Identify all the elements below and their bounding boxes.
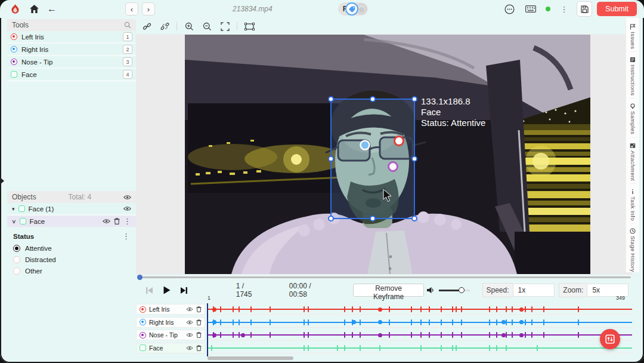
keyframe-tick[interactable] [496, 345, 497, 351]
track-label-cell[interactable]: Left Iris [136, 304, 205, 315]
keyframe-tick[interactable] [220, 306, 221, 312]
next-file-button[interactable]: › [142, 2, 155, 16]
status-option-other[interactable]: Other [13, 267, 130, 275]
track-lane[interactable] [208, 343, 632, 353]
face-bounding-box[interactable] [329, 97, 417, 221]
keyframe-tick[interactable] [506, 345, 507, 351]
keyframe-tick[interactable] [250, 332, 252, 338]
keyframe-tick[interactable] [543, 332, 544, 338]
annotation-canvas[interactable]: 133.1x186.8 Face Status: Attentive [136, 34, 632, 275]
keyframe-dot[interactable] [212, 320, 216, 324]
sidebar-collapse-handle[interactable] [0, 177, 4, 184]
bounding-box-tool-icon[interactable] [243, 20, 255, 32]
video-frame[interactable]: 133.1x186.8 Face Status: Attentive [185, 35, 590, 274]
rail-tab-attachment[interactable]: Attachment [630, 140, 636, 184]
keyframe-tick[interactable] [512, 332, 513, 338]
tool-item-right-iris[interactable]: Right Iris2 [7, 44, 136, 56]
object-item-face[interactable]: ∨ Face ⋮ [7, 216, 136, 227]
rail-tab-task-info[interactable]: Task Info [630, 186, 636, 224]
track-delete-icon[interactable] [196, 345, 202, 351]
keyframe-dot[interactable] [378, 320, 382, 324]
back-arrow-icon[interactable]: ← [45, 2, 58, 16]
keyframe-tick[interactable] [452, 332, 453, 338]
link-tool-icon[interactable] [141, 20, 153, 32]
volume-slider[interactable] [439, 287, 469, 293]
keyframe-tick[interactable] [360, 319, 361, 325]
rail-tab-samples[interactable]: Samples [630, 101, 636, 137]
objects-visibility-eye-icon[interactable] [123, 195, 131, 200]
track-delete-icon[interactable] [196, 306, 202, 312]
keyframe-tick[interactable] [352, 306, 353, 312]
keyboard-shortcuts-icon[interactable] [524, 2, 537, 16]
keyframe-dot[interactable] [519, 320, 524, 324]
keyframe-tick[interactable] [344, 306, 345, 312]
annotation-mode-toggle[interactable]: R ◎ [338, 2, 369, 16]
keyframe-tick[interactable] [512, 319, 513, 325]
radio-unselected-icon[interactable] [13, 256, 20, 263]
radio-selected-icon[interactable] [13, 245, 20, 252]
track-lane[interactable] [208, 304, 632, 315]
keyframe-tick[interactable] [531, 332, 532, 338]
keyframe-tick[interactable] [250, 306, 252, 312]
keyframe-tick[interactable] [420, 345, 422, 351]
track-lane[interactable] [208, 330, 632, 340]
timeline-settings-fab[interactable] [600, 329, 620, 349]
track-eye-icon[interactable] [186, 346, 193, 350]
nose-tip-keypoint[interactable] [389, 162, 398, 171]
keyframe-tick[interactable] [308, 306, 309, 312]
object-menu-icon[interactable]: ⋮ [123, 217, 131, 226]
keyframe-tick[interactable] [420, 306, 422, 312]
tool-item-left-iris[interactable]: Left Iris1 [7, 31, 136, 44]
keyframe-dot[interactable] [378, 307, 382, 312]
keyframe-tick[interactable] [220, 319, 221, 325]
object-group-face[interactable]: ▾ Face (1) [7, 203, 136, 216]
timeline-playhead[interactable] [207, 303, 208, 356]
home-icon[interactable] [27, 2, 41, 16]
keyframe-tick[interactable] [308, 319, 309, 325]
keyframe-tick[interactable] [239, 319, 240, 325]
keyframe-tick[interactable] [496, 332, 497, 338]
keyframe-tick[interactable] [543, 319, 544, 325]
keyframe-tick[interactable] [233, 319, 234, 325]
keyframe-tick[interactable] [441, 319, 442, 325]
keyframe-dot[interactable] [212, 333, 216, 337]
keyframe-tick[interactable] [496, 319, 497, 325]
keyframe-tick[interactable] [456, 306, 457, 312]
keyframe-tick[interactable] [525, 319, 526, 325]
keyframe-tick[interactable] [337, 345, 338, 351]
keyframe-tick[interactable] [233, 332, 234, 338]
scrubber-track[interactable] [137, 276, 631, 278]
track-eye-icon[interactable] [186, 320, 193, 325]
radio-unselected-icon[interactable] [13, 267, 20, 275]
keyframe-tick[interactable] [441, 345, 442, 351]
overflow-menu-icon[interactable]: ⋮ [558, 2, 571, 16]
keyframe-tick[interactable] [537, 345, 538, 351]
fit-screen-icon[interactable] [219, 20, 231, 32]
keyframe-tick[interactable] [379, 345, 380, 351]
save-button[interactable] [577, 1, 592, 17]
keyframe-tick[interactable] [308, 345, 309, 351]
status-menu-icon[interactable]: ⋮ [122, 232, 130, 241]
keyframe-tick[interactable] [344, 319, 345, 325]
keyframe-tick[interactable] [352, 332, 353, 338]
volume-knob[interactable] [459, 287, 465, 293]
keyframe-tick[interactable] [308, 332, 309, 338]
rail-tab-issues[interactable]: Issues [630, 21, 636, 52]
track-delete-icon[interactable] [196, 332, 202, 338]
keyframe-tick[interactable] [543, 306, 544, 312]
submit-button[interactable]: Submit [597, 2, 637, 16]
keyframe-tick[interactable] [344, 332, 345, 338]
keyframe-tick[interactable] [233, 306, 234, 312]
keyframe-tick[interactable] [420, 332, 422, 338]
keyframe-tick[interactable] [220, 332, 221, 338]
tool-item-face[interactable]: Face4 [7, 69, 136, 81]
app-logo-flame-icon[interactable] [8, 2, 21, 16]
keyframe-tick[interactable] [456, 345, 457, 351]
unlink-tool-icon[interactable] [159, 20, 171, 32]
tool-item-nose-tip[interactable]: Nose - Tip3 [7, 56, 136, 69]
keyframe-tick[interactable] [344, 345, 345, 351]
object-delete-icon[interactable] [114, 218, 120, 224]
keyframe-tick[interactable] [239, 306, 240, 312]
status-option-distracted[interactable]: Distracted [13, 256, 130, 263]
search-icon[interactable] [124, 21, 131, 29]
